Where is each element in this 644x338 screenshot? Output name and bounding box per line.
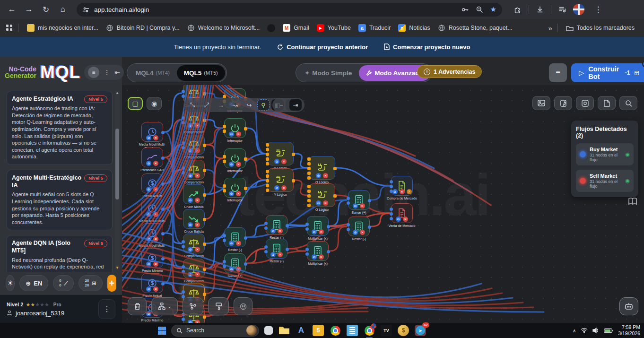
output-port[interactable] [161,156,165,160]
home-icon[interactable]: ⌂ [56,2,70,17]
node-delete-icon[interactable]: ✕ [400,189,405,194]
input-port[interactable] [266,162,269,165]
node-delete-icon[interactable]: ✕ [360,203,365,208]
input-port[interactable] [182,146,185,149]
output-port[interactable] [244,262,247,266]
node-info-icon[interactable]: ⊘ [353,230,358,235]
input-port[interactable] [182,166,185,170]
input-port[interactable] [307,162,311,165]
docs-book-icon[interactable] [628,198,637,207]
node-delete-icon[interactable]: ✕ [319,229,324,234]
bookmark-item[interactable]: ▶YouTube [313,22,355,34]
flow-row[interactable]: Buy Market31 nodos en el flujo◉ [576,143,634,165]
node-info-icon[interactable]: ⊘ [274,159,279,164]
node-info-icon[interactable]: ⊘ [146,187,151,192]
flow-node-media-m-vil-multi-timeframe[interactable]: ⊘✕Media Móvil Multi-Timeframe [141,199,163,218]
node-info-icon[interactable]: ⊘ [229,131,234,137]
media-playlist-icon[interactable] [558,5,566,14]
output-port[interactable] [244,187,247,190]
expand-icon[interactable]: ⤢ [200,99,213,111]
input-port[interactable] [182,270,185,273]
hierarchy-button[interactable]: ⌄ [151,297,178,315]
flow-node-restar[interactable]: ⊘✕Restar (-) [224,227,246,247]
node-info-icon[interactable]: ⊘ [396,217,401,222]
flow-node-restar[interactable]: ⊘✕Restar (-) [348,217,370,236]
explorer-icon[interactable] [278,325,290,336]
input-port[interactable] [390,180,393,183]
input-port[interactable] [347,197,350,200]
flow-node-comparaci-n[interactable]: ⊘✕Comparación [183,160,205,180]
input-port[interactable] [266,153,269,156]
flow-node-interruptor[interactable]: ⊘✕Interruptor [224,118,246,138]
scroll-down-icon[interactable]: ▼ [115,266,119,270]
node-delete-icon[interactable]: ✕ [281,159,287,164]
input-port[interactable] [182,318,185,321]
bookmark-item[interactable]: Bitcoin RD | Compra y... [102,22,183,34]
nodes-button[interactable] [183,297,203,315]
agent-card[interactable]: Agente Multi-Estratégico IANivel 5Agente… [7,170,113,230]
input-port[interactable] [266,170,269,173]
output-port[interactable] [161,282,165,286]
flow-node-comparaci-n[interactable]: ⊘✕Comparación [183,110,205,130]
input-port[interactable] [182,245,185,248]
input-port[interactable] [305,252,309,256]
input-port[interactable] [307,190,311,193]
input-port[interactable] [307,172,311,175]
tradingview-icon[interactable]: TV [381,325,392,336]
node-info-icon[interactable]: ⊘ [229,241,234,246]
tab-mql5[interactable]: MQL5(MT5) [177,65,225,81]
profile-avatar[interactable] [573,4,584,15]
node-info-icon[interactable]: ⊘ [188,320,193,323]
node-delete-icon[interactable]: ✕ [323,173,328,178]
wifi-icon[interactable] [581,328,588,333]
node-delete-icon[interactable]: ✕ [195,198,200,203]
flow-canvas[interactable]: techain.ai ⊘✕Media Móvil Multi-Timeframe… [122,85,644,323]
output-port[interactable] [203,169,206,172]
browser-menu-icon[interactable]: ⋮ [591,2,605,17]
output-port[interactable] [368,225,371,229]
export-image-icon[interactable] [532,96,550,110]
node-delete-icon[interactable]: ✕ [195,272,200,277]
input-port[interactable] [305,248,309,251]
input-port[interactable] [307,194,311,198]
output-port[interactable] [292,179,295,182]
output-port[interactable] [327,250,330,253]
agent-card[interactable]: Agente DQN IA [Solo MT5]Nivel 5Red neuro… [7,235,113,272]
tray-chevron-icon[interactable]: ∧ [573,328,576,333]
minus-tool-icon[interactable]: − [275,99,287,111]
input-port[interactable] [305,227,309,231]
bookmark-item[interactable]: nNoticias [394,22,434,34]
new-project-button[interactable]: Comenzar proyecto nuevo [384,43,470,51]
node-delete-icon[interactable]: ✕ [236,162,241,167]
reload-icon[interactable]: ↻ [39,2,53,17]
chrome-icon[interactable] [330,325,341,336]
bookmark-item[interactable]: Rosetta Stone, paquet... [434,22,516,34]
output-port[interactable] [244,157,247,161]
input-port[interactable] [390,185,393,188]
node-info-icon[interactable]: ⊘ [188,222,193,227]
node-delete-icon[interactable]: ✕ [153,161,158,166]
notes-icon[interactable] [347,325,358,336]
node-delete-icon[interactable]: ✕ [278,252,283,257]
bookmark-item[interactable]: MGmail [279,22,313,34]
node-info-icon[interactable]: ⊘ [392,189,398,194]
flow-node-comparaci-n[interactable]: ⊘✕Comparación [183,135,205,155]
tab-modo-simple[interactable]: ✦ Modo Simple [297,65,359,81]
input-port[interactable] [266,143,269,147]
output-port[interactable] [327,225,330,228]
node-delete-icon[interactable]: ✕ [195,123,200,128]
input-port[interactable] [223,189,226,192]
node-info-icon[interactable]: ⊘ [146,212,151,217]
paint-button[interactable] [208,297,229,315]
input-port[interactable] [307,167,311,170]
output-port[interactable] [368,199,371,202]
node-delete-icon[interactable]: ✕ [153,135,158,140]
taskview-icon[interactable] [264,326,273,335]
theme-toggle-button[interactable]: ☀ [6,275,15,291]
eye-icon[interactable]: ◉ [625,178,630,184]
node-delete-icon[interactable]: ✕ [153,187,158,192]
zoom-out-icon[interactable] [476,6,484,14]
node-info-icon[interactable]: ⊘ [188,198,193,203]
output-port[interactable] [333,167,337,170]
address-bar[interactable]: app.techain.ai/login ★ [77,3,502,17]
